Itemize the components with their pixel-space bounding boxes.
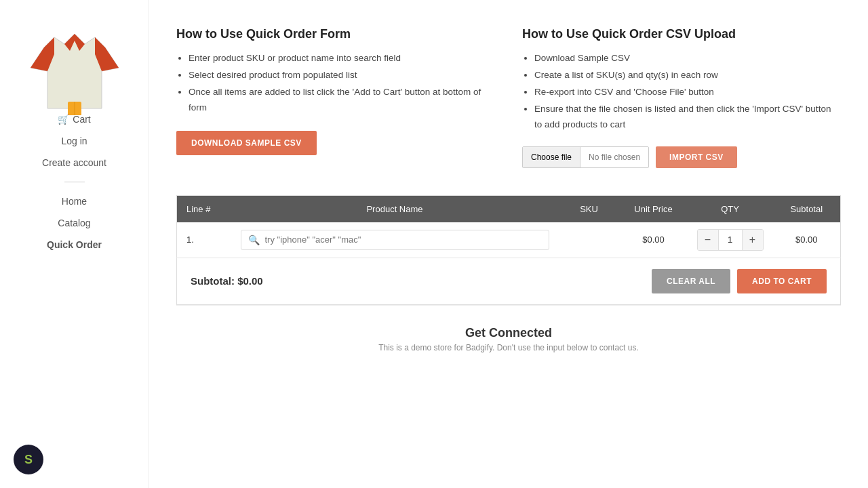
csv-upload-instructions: How to Use Quick Order CSV Upload Downlo… bbox=[522, 27, 841, 168]
col-product: Product Name bbox=[231, 195, 559, 222]
add-to-cart-button[interactable]: ADD TO CART bbox=[737, 269, 827, 293]
shopify-icon: S bbox=[24, 453, 33, 467]
sidebar-navigation: 🛒 Cart Log in Create account Home Catalo… bbox=[14, 108, 135, 256]
cart-icon: 🛒 bbox=[58, 114, 69, 125]
product-search-input[interactable] bbox=[265, 235, 542, 245]
choose-file-button[interactable]: Choose file bbox=[523, 147, 580, 167]
row-line-number: 1. bbox=[177, 222, 231, 258]
col-line: Line # bbox=[177, 195, 231, 222]
quick-order-form-list: Enter product SKU or product name into s… bbox=[176, 51, 495, 116]
row-subtotal: $0.00 bbox=[773, 222, 841, 258]
product-search-wrap: 🔍 bbox=[241, 230, 549, 250]
row-sku bbox=[559, 222, 620, 258]
form-instruction-2: Select desired product from populated li… bbox=[189, 68, 495, 83]
import-csv-button[interactable]: IMPORT CSV bbox=[656, 146, 737, 168]
action-buttons: CLEAR ALL ADD TO CART bbox=[652, 269, 827, 293]
footer-connect: Get Connected This is a demo store for B… bbox=[203, 326, 814, 352]
col-qty: QTY bbox=[688, 195, 773, 222]
sidebar-divider bbox=[64, 182, 85, 182]
table-header-row: Line # Product Name SKU Unit Price QTY S… bbox=[177, 195, 841, 222]
row-qty: − 1 + bbox=[688, 222, 773, 258]
file-input-area: Choose file No file chosen bbox=[522, 146, 649, 168]
store-logo bbox=[31, 20, 119, 108]
sidebar: 🛒 Cart Log in Create account Home Catalo… bbox=[0, 0, 149, 488]
quick-order-form-instructions: How to Use Quick Order Form Enter produc… bbox=[176, 27, 495, 168]
table-row: 1. 🔍 $0.00 − bbox=[177, 222, 841, 258]
col-subtotal: Subtotal bbox=[773, 195, 841, 222]
sidebar-item-home[interactable]: Home bbox=[14, 190, 135, 212]
qty-increase-button[interactable]: + bbox=[743, 230, 763, 250]
col-unit-price: Unit Price bbox=[620, 195, 688, 222]
sidebar-item-login[interactable]: Log in bbox=[14, 130, 135, 152]
instructions-row: How to Use Quick Order Form Enter produc… bbox=[176, 27, 841, 168]
csv-import-row: Choose file No file chosen IMPORT CSV bbox=[522, 146, 841, 168]
csv-instruction-1: Download Sample CSV bbox=[534, 51, 841, 66]
no-file-text: No file chosen bbox=[580, 147, 648, 167]
subtotal-label: Subtotal: bbox=[191, 275, 237, 287]
qty-control: − 1 + bbox=[697, 229, 764, 251]
main-content: How to Use Quick Order Form Enter produc… bbox=[149, 0, 868, 488]
shopify-badge[interactable]: S bbox=[14, 445, 43, 474]
csv-upload-list: Download Sample CSV Create a list of SKU… bbox=[522, 51, 841, 133]
csv-instruction-4: Ensure that the file chosen is listed an… bbox=[534, 102, 841, 133]
col-sku: SKU bbox=[559, 195, 620, 222]
sidebar-cart-label: Cart bbox=[73, 114, 90, 125]
search-icon: 🔍 bbox=[248, 235, 260, 245]
qty-value: 1 bbox=[718, 230, 743, 250]
sidebar-quickorder-label: Quick Order bbox=[47, 239, 102, 250]
sidebar-item-catalog[interactable]: Catalog bbox=[14, 212, 135, 234]
qty-decrease-button[interactable]: − bbox=[698, 230, 718, 250]
sidebar-login-label: Log in bbox=[61, 136, 87, 146]
row-product-search: 🔍 bbox=[231, 222, 559, 258]
table-footer: Subtotal: $0.00 CLEAR ALL ADD TO CART bbox=[176, 258, 841, 305]
order-table: Line # Product Name SKU Unit Price QTY S… bbox=[176, 195, 841, 258]
subtotal-value: $0.00 bbox=[237, 275, 263, 287]
form-instruction-3: Once all items are added to list click t… bbox=[189, 85, 495, 116]
subtotal-area: Subtotal: $0.00 bbox=[191, 275, 263, 287]
sidebar-catalog-label: Catalog bbox=[58, 218, 90, 228]
csv-instruction-2: Create a list of SKU(s) and qty(s) in ea… bbox=[534, 68, 841, 83]
download-csv-button[interactable]: DOWNLOAD SAMPLE CSV bbox=[176, 131, 317, 155]
sidebar-item-cart[interactable]: 🛒 Cart bbox=[14, 108, 135, 130]
form-instruction-1: Enter product SKU or product name into s… bbox=[189, 51, 495, 66]
sidebar-item-quick-order[interactable]: Quick Order bbox=[14, 234, 135, 256]
sidebar-home-label: Home bbox=[62, 196, 87, 207]
order-table-container: Line # Product Name SKU Unit Price QTY S… bbox=[176, 195, 841, 305]
quick-order-form-title: How to Use Quick Order Form bbox=[176, 27, 495, 41]
svg-marker-0 bbox=[31, 34, 119, 108]
subtotal-label-value: Subtotal: $0.00 bbox=[191, 275, 263, 287]
csv-instruction-3: Re-export into CSV and 'Choose File' but… bbox=[534, 85, 841, 100]
footer-connect-title: Get Connected bbox=[203, 326, 814, 340]
page-footer: Get Connected This is a demo store for B… bbox=[176, 305, 841, 365]
clear-all-button[interactable]: CLEAR ALL bbox=[652, 269, 730, 293]
row-unit-price: $0.00 bbox=[620, 222, 688, 258]
sidebar-create-account-label: Create account bbox=[42, 157, 106, 168]
footer-connect-subtitle: This is a demo store for Badgify. Don't … bbox=[203, 343, 814, 352]
sidebar-item-create-account[interactable]: Create account bbox=[14, 152, 135, 174]
csv-upload-title: How to Use Quick Order CSV Upload bbox=[522, 27, 841, 41]
